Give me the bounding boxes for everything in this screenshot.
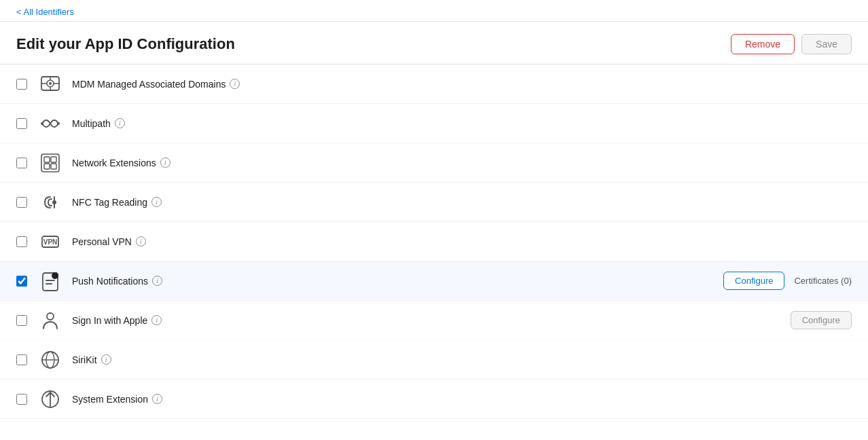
cap-name-mdm-managed: MDM Managed Associated Domains bbox=[72, 79, 225, 90]
capability-row-network-extensions: Network Extensionsi bbox=[0, 143, 868, 183]
info-icon-mdm-managed[interactable]: i bbox=[230, 79, 240, 89]
network-extensions-icon bbox=[38, 151, 62, 175]
checkbox-wrap-mdm-managed bbox=[16, 79, 35, 90]
svg-rect-10 bbox=[44, 157, 50, 162]
remove-button[interactable]: Remove bbox=[731, 34, 795, 54]
info-icon-nfc-tag-reading[interactable]: i bbox=[151, 197, 162, 207]
capability-row-time-sensitive: Time Sensitive Notificationsi bbox=[0, 419, 868, 423]
capability-row-mdm-managed: MDM Managed Associated Domainsi bbox=[0, 65, 868, 104]
cap-actions-push-notifications: ConfigureCertificates (0) bbox=[723, 272, 852, 290]
svg-rect-11 bbox=[51, 157, 56, 162]
checkbox-wrap-sign-in-with-apple bbox=[16, 315, 35, 326]
svg-rect-21 bbox=[46, 283, 52, 285]
cap-name-sirikit: SiriKit bbox=[72, 354, 97, 365]
configure-button-sign-in-with-apple: Configure bbox=[791, 311, 852, 329]
push-notifications-icon bbox=[38, 269, 62, 293]
info-icon-sirikit[interactable]: i bbox=[101, 354, 111, 365]
cap-name-multipath: Multipath bbox=[72, 118, 111, 129]
cap-name-wrap-nfc-tag-reading: NFC Tag Readingi bbox=[72, 197, 852, 208]
save-button: Save bbox=[801, 34, 852, 54]
capability-row-personal-vpn: VPN Personal VPNi bbox=[0, 222, 868, 261]
cap-name-network-extensions: Network Extensions bbox=[72, 158, 156, 168]
info-icon-personal-vpn[interactable]: i bbox=[136, 236, 146, 246]
checkbox-multipath[interactable] bbox=[16, 118, 27, 129]
svg-point-7 bbox=[41, 122, 43, 125]
header-actions: Remove Save bbox=[731, 34, 852, 54]
checkbox-wrap-sirikit bbox=[16, 354, 35, 365]
cap-name-wrap-push-notifications: Push Notificationsi bbox=[72, 276, 723, 287]
info-icon-network-extensions[interactable]: i bbox=[160, 158, 170, 168]
cert-label-push-notifications: Certificates (0) bbox=[794, 276, 852, 286]
checkbox-wrap-personal-vpn bbox=[16, 236, 35, 247]
checkbox-nfc-tag-reading[interactable] bbox=[16, 197, 27, 208]
cap-name-wrap-system-extension: System Extensioni bbox=[72, 394, 852, 405]
checkbox-wrap-nfc-tag-reading bbox=[16, 197, 35, 208]
cap-name-sign-in-with-apple: Sign In with Apple bbox=[72, 315, 147, 326]
capability-row-sirikit: SiriKiti bbox=[0, 340, 868, 380]
cap-name-wrap-multipath: Multipathi bbox=[72, 118, 852, 129]
configure-button-push-notifications[interactable]: Configure bbox=[723, 272, 784, 290]
cap-name-wrap-mdm-managed: MDM Managed Associated Domainsi bbox=[72, 79, 852, 90]
capability-row-push-notifications: Push NotificationsiConfigureCertificates… bbox=[0, 261, 868, 301]
page-header: Edit your App ID Configuration Remove Sa… bbox=[0, 22, 868, 65]
capability-row-system-extension: System Extensioni bbox=[0, 380, 868, 419]
mdm-icon bbox=[38, 72, 62, 96]
info-icon-push-notifications[interactable]: i bbox=[152, 276, 162, 286]
capability-row-nfc-tag-reading: NFC Tag Readingi bbox=[0, 183, 868, 222]
top-bar: < All Identifiers bbox=[0, 0, 868, 22]
checkbox-wrap-system-extension bbox=[16, 394, 35, 405]
cap-name-personal-vpn: Personal VPN bbox=[72, 236, 132, 247]
cap-name-push-notifications: Push Notifications bbox=[72, 276, 148, 287]
svg-rect-13 bbox=[51, 164, 56, 169]
checkbox-push-notifications[interactable] bbox=[16, 276, 27, 287]
info-icon-system-extension[interactable]: i bbox=[152, 394, 162, 404]
sign-in-apple-icon bbox=[38, 308, 62, 333]
checkbox-sirikit[interactable] bbox=[16, 354, 27, 365]
checkbox-mdm-managed[interactable] bbox=[16, 79, 27, 90]
capability-row-multipath: Multipathi bbox=[0, 104, 868, 143]
checkbox-wrap-network-extensions bbox=[16, 158, 35, 168]
info-icon-sign-in-with-apple[interactable]: i bbox=[151, 315, 162, 325]
checkbox-sign-in-with-apple[interactable] bbox=[16, 315, 27, 326]
capability-row-sign-in-with-apple: Sign In with AppleiConfigure bbox=[0, 301, 868, 340]
vpn-icon: VPN bbox=[38, 230, 62, 254]
cap-name-system-extension: System Extension bbox=[72, 394, 148, 405]
page-title: Edit your App ID Configuration bbox=[16, 35, 235, 53]
checkbox-personal-vpn[interactable] bbox=[16, 236, 27, 247]
cap-name-wrap-sirikit: SiriKiti bbox=[72, 354, 852, 365]
sirikit-icon bbox=[38, 348, 62, 372]
cap-name-wrap-network-extensions: Network Extensionsi bbox=[72, 158, 852, 168]
multipath-icon bbox=[38, 111, 62, 136]
svg-rect-20 bbox=[46, 280, 55, 281]
nfc-icon bbox=[38, 190, 62, 215]
checkbox-network-extensions[interactable] bbox=[16, 158, 27, 168]
checkbox-system-extension[interactable] bbox=[16, 394, 27, 405]
svg-point-22 bbox=[47, 313, 54, 320]
capabilities-list: MDM Managed Associated Domainsi Multipat… bbox=[0, 65, 868, 423]
cap-name-nfc-tag-reading: NFC Tag Reading bbox=[72, 197, 147, 208]
svg-rect-12 bbox=[44, 164, 50, 169]
system-extension-icon bbox=[38, 387, 62, 411]
svg-point-2 bbox=[49, 82, 52, 85]
info-icon-multipath[interactable]: i bbox=[115, 118, 125, 128]
back-link[interactable]: < All Identifiers bbox=[16, 7, 74, 17]
cap-name-wrap-sign-in-with-apple: Sign In with Applei bbox=[72, 315, 791, 326]
svg-text:VPN: VPN bbox=[43, 238, 58, 246]
checkbox-wrap-multipath bbox=[16, 118, 35, 129]
checkbox-wrap-push-notifications bbox=[16, 276, 35, 287]
cap-name-wrap-personal-vpn: Personal VPNi bbox=[72, 236, 852, 247]
svg-point-19 bbox=[52, 272, 58, 279]
svg-point-8 bbox=[57, 122, 60, 125]
cap-actions-sign-in-with-apple: Configure bbox=[791, 311, 852, 329]
